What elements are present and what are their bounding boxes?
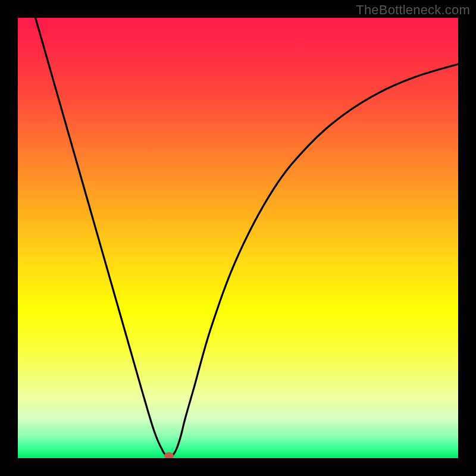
watermark-text: TheBottleneck.com xyxy=(356,2,470,18)
optimal-point-marker xyxy=(164,452,174,458)
curve-layer xyxy=(18,18,458,458)
bottleneck-curve xyxy=(36,18,458,458)
chart-frame: TheBottleneck.com xyxy=(0,0,476,476)
plot-area xyxy=(18,18,458,458)
